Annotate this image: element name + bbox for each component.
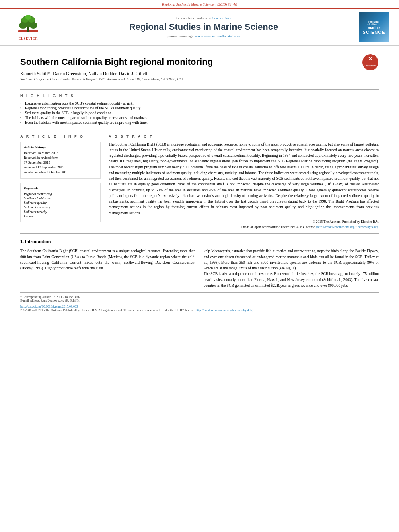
svg-point-3 — [19, 22, 27, 29]
highlights-list: Expansive urbanization puts the SCB's co… — [20, 101, 379, 125]
article-history-box: Article history: Received 14 March 2015 … — [20, 142, 101, 179]
keyword-item: Regional monitoring — [24, 192, 97, 196]
article-info-label: A R T I C L E I N F O — [20, 134, 101, 138]
keyword-item: Infauna — [24, 214, 97, 218]
journal-header: ELSEVIER Contents lists available at Sci… — [0, 8, 399, 46]
highlight-item: Sediment quality in the SCB is largely i… — [20, 111, 379, 115]
article-info-col: A R T I C L E I N F O Article history: R… — [20, 134, 101, 230]
copyright-line: © 2015 The Authors. Published by Elsevie… — [109, 219, 379, 224]
journal-homepage-link[interactable]: www.elsevier.com/locate/rsma — [195, 34, 240, 38]
highlights-section: H I G H L I G H T S Expansive urbanizati… — [20, 94, 379, 125]
sciencedirect-link[interactable]: ScienceDirect — [212, 16, 232, 20]
marine-science-badge: regional studies in marine SCIENCE — [359, 12, 389, 42]
intro-heading: 1. Introduction — [20, 239, 379, 244]
revised-row: Received in revised form — [24, 156, 97, 160]
intro-right-p1: kelp Macrocystis, estuaries that provide… — [204, 248, 379, 271]
accepted-row: Accepted 17 September 2015 — [24, 165, 97, 169]
highlight-item: The habitats with the most impacted sedi… — [20, 115, 379, 120]
keyword-item: Sediment quality — [24, 201, 97, 205]
marine-science-badge-area: regional studies in marine SCIENCE — [359, 12, 391, 42]
divider-2 — [20, 129, 379, 129]
title-row: Southern California Bight regional monit… — [20, 50, 379, 85]
intro-left-col: The Southern California Bight (SCB) coas… — [20, 248, 195, 288]
journal-header-center: Contents lists available at ScienceDirec… — [48, 16, 359, 38]
journal-title: Regional Studies in Marine Science — [52, 22, 355, 32]
authors-line: Kenneth Schiff*, Darrin Greenstein, Nath… — [20, 71, 356, 76]
intro-right-col: kelp Macrocystis, estuaries that provide… — [204, 248, 379, 288]
svg-point-7 — [25, 15, 31, 20]
divider-1 — [20, 89, 379, 90]
contents-line: Contents lists available at ScienceDirec… — [52, 16, 355, 20]
article-info-abstract-row: A R T I C L E I N F O Article history: R… — [20, 134, 379, 230]
svg-text:CrossMark: CrossMark — [364, 64, 376, 67]
page-content: Southern California Bight regional monit… — [0, 46, 399, 320]
crossmark-icon-area: ✕ CrossMark — [362, 54, 379, 72]
keywords-label: Keywords: — [24, 186, 97, 190]
svg-text:✕: ✕ — [368, 55, 373, 62]
revised-date-row: 17 September 2015 — [24, 160, 97, 164]
footnote-corresponding: * Corresponding author. Tel.: +1 714 755… — [20, 295, 379, 299]
affiliation-line: Southern California Coastal Water Resear… — [20, 77, 356, 81]
history-label: Article history: — [24, 145, 97, 149]
crossmark-icon: ✕ CrossMark — [362, 54, 379, 71]
introduction-section: 1. Introduction The Southern California … — [20, 239, 379, 288]
keywords-box: Keywords: Regional monitoring Southern C… — [20, 183, 101, 222]
abstract-text: The Southern California Bight (SCB) is a… — [109, 142, 379, 216]
footnote-issn: 2352-4855/© 2015 The Authors. Published … — [20, 308, 379, 312]
intro-right-p2: The SCB is also a unique economic resour… — [204, 271, 379, 288]
highlight-item: Regional monitoring provides a holistic … — [20, 106, 379, 111]
journal-homepage: journal homepage: www.elsevier.com/locat… — [52, 34, 355, 38]
article-title-block: Southern California Bight regional monit… — [20, 50, 356, 85]
svg-point-4 — [29, 22, 37, 29]
article-title: Southern California Bight regional monit… — [20, 56, 356, 68]
footnote-doi-link[interactable]: http://dx.doi.org/10.1016/j.rsma.2015.09… — [20, 305, 78, 308]
footnote-bar: * Corresponding author. Tel.: +1 714 755… — [20, 292, 379, 312]
divider-3 — [20, 233, 379, 234]
elsevier-wordmark: ELSEVIER — [19, 37, 38, 41]
abstract-label: A B S T R A C T — [109, 134, 379, 138]
highlights-label: H I G H L I G H T S — [20, 94, 379, 98]
keyword-item: Sediment toxicity — [24, 210, 97, 214]
available-row: Available online 1 October 2015 — [24, 170, 97, 174]
keyword-item: Sediment chemistry — [24, 205, 97, 209]
elsevier-logo-area: ELSEVIER — [8, 14, 48, 41]
license-link[interactable]: (http://creativecommons.org/licenses/by/… — [316, 225, 379, 229]
highlight-item: Even the habitats with most impacted sed… — [20, 120, 379, 125]
copyright-block: © 2015 The Authors. Published by Elsevie… — [109, 219, 379, 230]
intro-left-p1: The Southern California Bight (SCB) coas… — [20, 248, 195, 271]
abstract-col: A B S T R A C T The Southern California … — [109, 134, 379, 230]
keyword-item: Southern California — [24, 196, 97, 200]
footnote-license-link[interactable]: (http://creativecommons.org/licenses/by/… — [195, 308, 254, 312]
open-access-line: This is an open access article under the… — [109, 224, 379, 230]
journal-top-line: Regional Studies in Marine Science 4 (20… — [0, 0, 399, 8]
intro-body-cols: The Southern California Bight (SCB) coas… — [20, 248, 379, 288]
footnote-email: E-mail address: kens@sccwrp.org (K. Schi… — [20, 299, 379, 302]
received-row: Received 14 March 2015 — [24, 151, 97, 155]
elsevier-tree-icon — [16, 14, 40, 36]
highlight-item: Expansive urbanization puts the SCB's co… — [20, 101, 379, 106]
